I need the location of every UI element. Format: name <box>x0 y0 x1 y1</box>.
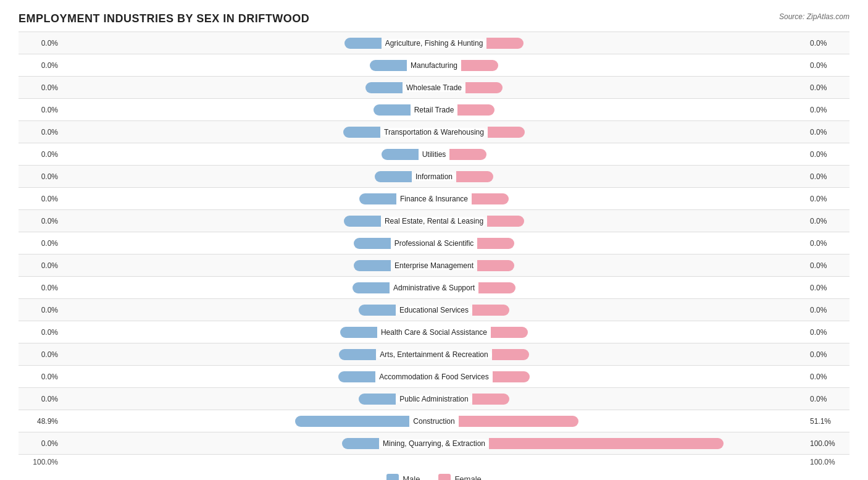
bar-right-wrap <box>486 38 806 49</box>
bar-right-wrap <box>487 216 806 227</box>
chart-row: 0.0% Accommodation & Food Services 0.0% <box>19 365 849 387</box>
right-value: 0.0% <box>806 373 849 381</box>
bar-female <box>457 104 495 116</box>
chart-row: 0.0% Enterprise Management 0.0% <box>19 254 849 276</box>
bar-female <box>465 82 503 93</box>
right-value: 0.0% <box>806 284 849 292</box>
left-value: 0.0% <box>19 106 62 114</box>
bar-male <box>359 305 396 316</box>
bar-right-wrap <box>472 305 806 316</box>
bar-male <box>382 149 419 160</box>
left-value: 0.0% <box>19 150 62 159</box>
industry-label: Real Estate, Rental & Leasing <box>381 217 487 225</box>
chart-row: 0.0% Health Care & Social Assistance 0.0… <box>19 321 849 343</box>
right-value: 0.0% <box>806 106 849 114</box>
bar-area: Professional & Scientific <box>62 238 806 249</box>
bar-female <box>488 127 525 138</box>
right-value: 0.0% <box>806 172 849 181</box>
chart-row: 48.9% Construction 51.1% <box>19 410 849 432</box>
bar-female <box>456 171 493 182</box>
industry-label: Wholesale Trade <box>403 83 465 92</box>
bar-left-wrap <box>62 216 381 227</box>
bar-male <box>340 327 377 338</box>
right-value: 0.0% <box>806 195 849 203</box>
axis-right-label: 100.0% <box>806 458 849 466</box>
bar-right-wrap <box>489 438 806 449</box>
bar-male <box>359 394 396 405</box>
bar-female <box>449 149 486 160</box>
bar-female <box>472 193 509 204</box>
left-value: 48.9% <box>19 417 62 426</box>
chart-row: 0.0% Educational Services 0.0% <box>19 298 849 321</box>
right-value: 0.0% <box>806 61 849 70</box>
bar-area: Health Care & Social Assistance <box>62 327 806 338</box>
bar-male <box>354 260 391 271</box>
source-label: Source: ZipAtlas.com <box>779 12 849 21</box>
legend-male: Male <box>386 474 420 480</box>
bar-left-wrap <box>62 394 396 405</box>
bar-left-wrap <box>62 349 376 360</box>
legend-male-label: Male <box>403 474 420 481</box>
right-value: 0.0% <box>806 261 849 270</box>
chart-row: 0.0% Arts, Entertainment & Recreation 0.… <box>19 343 849 365</box>
bar-male <box>295 416 410 427</box>
left-value: 0.0% <box>19 261 62 270</box>
bar-male <box>359 193 396 204</box>
bar-male <box>342 438 379 449</box>
chart-row: 0.0% Information 0.0% <box>19 165 849 187</box>
chart-row: 0.0% Administrative & Support 0.0% <box>19 276 849 298</box>
bar-left-wrap <box>62 82 403 93</box>
bar-left-wrap <box>62 238 391 249</box>
chart-container: 0.0% Agriculture, Fishing & Hunting 0.0%… <box>19 32 849 469</box>
bar-left-wrap <box>62 282 390 293</box>
bar-area: Public Administration <box>62 394 806 405</box>
left-value: 0.0% <box>19 128 62 137</box>
bar-left-wrap <box>62 416 409 427</box>
left-value: 0.0% <box>19 439 62 448</box>
bar-female <box>461 60 498 71</box>
industry-label: Finance & Insurance <box>396 195 472 203</box>
page-title: EMPLOYMENT INDUSTRIES BY SEX IN DRIFTWOO… <box>19 12 849 25</box>
bar-area: Educational Services <box>62 305 806 316</box>
bar-right-wrap <box>488 127 806 138</box>
left-value: 0.0% <box>19 328 62 337</box>
bar-left-wrap <box>62 305 396 316</box>
left-value: 0.0% <box>19 284 62 292</box>
industry-label: Manufacturing <box>407 61 461 70</box>
industry-label: Agriculture, Fishing & Hunting <box>382 39 487 48</box>
chart-row: 0.0% Utilities 0.0% <box>19 143 849 165</box>
bar-left-wrap <box>62 149 419 160</box>
bar-female <box>472 305 509 316</box>
bar-left-wrap <box>62 327 377 338</box>
left-value: 0.0% <box>19 195 62 203</box>
bar-female <box>478 282 515 293</box>
bar-right-wrap <box>492 349 806 360</box>
bar-male <box>344 38 382 49</box>
chart-row: 0.0% Public Administration 0.0% <box>19 387 849 410</box>
bar-female <box>492 349 529 360</box>
industry-label: Educational Services <box>396 306 472 314</box>
industry-label: Transportation & Warehousing <box>380 128 488 137</box>
industry-label: Information <box>412 172 456 181</box>
left-value: 0.0% <box>19 306 62 314</box>
industry-label: Arts, Entertainment & Recreation <box>376 350 491 359</box>
chart-row: 0.0% Manufacturing 0.0% <box>19 54 849 76</box>
bar-male <box>343 127 380 138</box>
bar-left-wrap <box>62 438 379 449</box>
bar-female <box>477 260 514 271</box>
legend-female-label: Female <box>454 474 481 481</box>
bar-area: Utilities <box>62 149 806 160</box>
bar-right-wrap <box>472 394 806 405</box>
bar-male <box>373 104 411 116</box>
right-value: 0.0% <box>806 39 849 48</box>
bar-female <box>472 394 509 405</box>
bar-area: Manufacturing <box>62 60 806 71</box>
bar-female <box>489 438 724 449</box>
chart-row: 0.0% Finance & Insurance 0.0% <box>19 187 849 209</box>
bar-right-wrap <box>477 260 806 271</box>
legend: Male Female <box>19 474 849 480</box>
bar-female <box>491 327 528 338</box>
chart-row: 0.0% Agriculture, Fishing & Hunting 0.0% <box>19 32 849 54</box>
bar-female <box>487 216 524 227</box>
industry-label: Mining, Quarrying, & Extraction <box>379 439 489 448</box>
